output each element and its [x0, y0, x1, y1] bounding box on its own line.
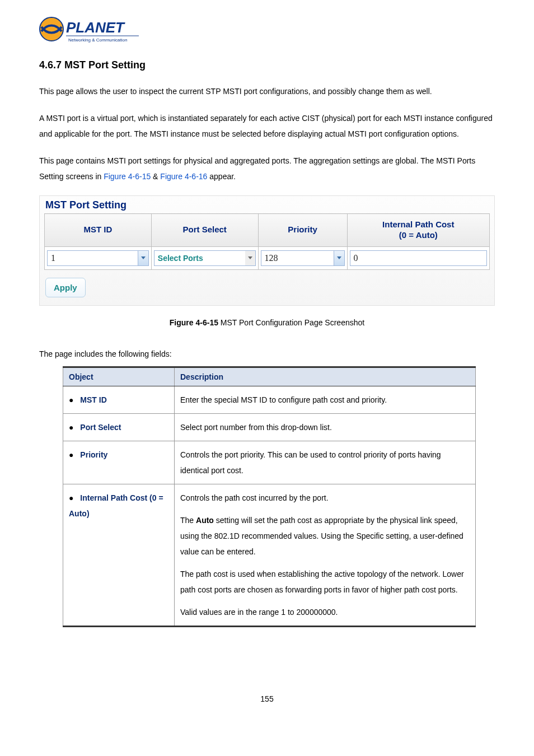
priority-select[interactable]: 128 — [261, 250, 345, 266]
fields-header-description: Description — [175, 367, 476, 386]
figure-link-4-6-15[interactable]: Figure 4-6-15 — [104, 172, 151, 181]
logo-tagline-text: Networking & Communication — [68, 38, 127, 43]
field-description: Select port number from this drop-down l… — [175, 413, 476, 441]
panel-table: MST ID Port Select Priority Internal Pat… — [44, 213, 490, 270]
port-select-value: Select Ports — [154, 254, 245, 263]
field-description: Controls the path cost incurred by the p… — [175, 484, 476, 626]
mst-port-setting-panel: MST Port Setting MST ID Port Select Prio… — [39, 195, 495, 306]
table-row: ● Port SelectSelect port number from thi… — [63, 413, 476, 441]
chevron-down-icon — [138, 251, 148, 265]
fields-table: Object Description ● MST IDEnter the spe… — [63, 366, 476, 627]
table-row: ● Internal Path Cost (0 = Auto)Controls … — [63, 484, 476, 626]
chevron-down-icon — [245, 251, 255, 265]
col-header-path-cost: Internal Path Cost(0 = Auto) — [347, 214, 489, 247]
field-object: ● Priority — [63, 441, 175, 484]
brand-logo: PLANET Networking & Communication — [39, 13, 495, 46]
intro-paragraph-2: A MSTI port is a virtual port, which is … — [39, 110, 495, 142]
intro-paragraph-3: This page contains MSTI port settings fo… — [39, 153, 495, 184]
path-cost-input[interactable]: 0 — [350, 250, 487, 266]
path-cost-value: 0 — [354, 253, 358, 263]
panel-title: MST Port Setting — [44, 199, 490, 212]
mst-id-value: 1 — [48, 253, 138, 263]
intro-paragraph-1: This page allows the user to inspect the… — [39, 83, 495, 99]
col-header-mst-id: MST ID — [45, 214, 152, 247]
field-object: ● Port Select — [63, 413, 175, 441]
section-heading: 4.6.7 MST Port Setting — [39, 59, 495, 71]
page-number: 155 — [39, 694, 495, 703]
fields-header-object: Object — [63, 367, 175, 386]
col-header-port-select: Port Select — [151, 214, 258, 247]
table-row: ● PriorityControls the port priority. Th… — [63, 441, 476, 484]
chevron-down-icon — [334, 251, 344, 265]
apply-button[interactable]: Apply — [45, 278, 86, 297]
field-description: Enter the special MST ID to configure pa… — [175, 386, 476, 413]
mst-id-select[interactable]: 1 — [47, 250, 149, 266]
field-object: ● MST ID — [63, 386, 175, 413]
fields-intro: The page includes the following fields: — [39, 349, 495, 358]
logo-brand-text: PLANET — [66, 19, 125, 36]
field-description: Controls the port priority. This can be … — [175, 441, 476, 484]
priority-value: 128 — [261, 253, 334, 263]
col-header-priority: Priority — [258, 214, 347, 247]
figure-link-4-6-16[interactable]: Figure 4-6-16 — [160, 172, 207, 181]
table-row: ● MST IDEnter the special MST ID to conf… — [63, 386, 476, 413]
figure-caption: Figure 4-6-15 MST Port Configuration Pag… — [39, 318, 495, 327]
port-select-dropdown[interactable]: Select Ports — [154, 250, 256, 266]
field-object: ● Internal Path Cost (0 = Auto) — [63, 484, 175, 626]
